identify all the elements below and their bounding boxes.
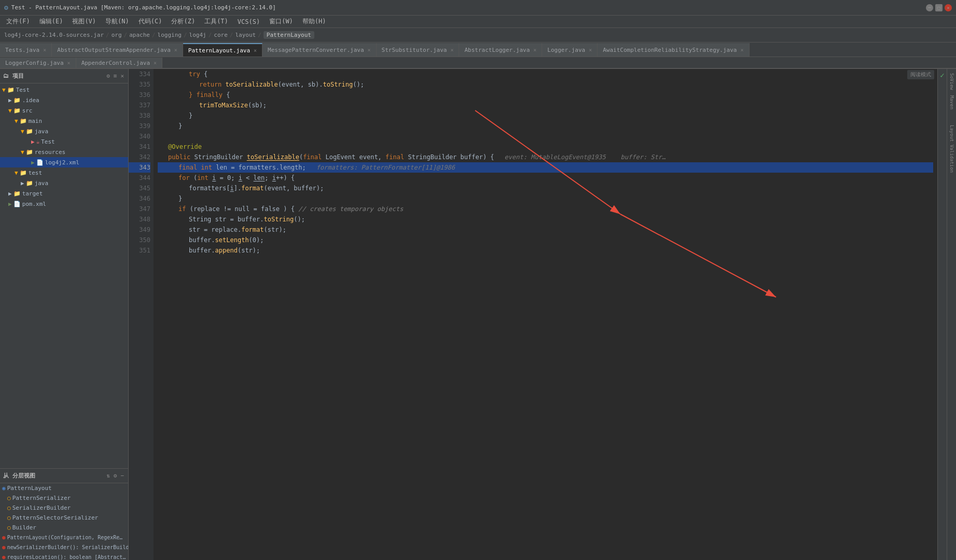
- code-brace339: }: [178, 121, 182, 131]
- breadcrumb-apache[interactable]: apache: [129, 32, 150, 38]
- struct-inner-icon: ○: [2, 495, 11, 501]
- tab-close-btn[interactable]: ×: [589, 47, 592, 53]
- soview-btn[interactable]: SoView: [948, 71, 955, 92]
- panel-icon-expand[interactable]: ≡: [113, 72, 118, 80]
- kw-final343: final: [178, 162, 197, 173]
- struct-item-newserializer[interactable]: ● newSerializerBuilder(): SerializerBuil…: [0, 542, 128, 552]
- right-sidebar: SoView Maven Layout Validation: [947, 69, 956, 560]
- tab-close-btn[interactable]: ×: [174, 47, 177, 53]
- tab2-close-btn[interactable]: ×: [67, 60, 71, 66]
- tab-close-btn[interactable]: ×: [450, 47, 453, 53]
- panel-icon-settings[interactable]: ⚙: [105, 72, 111, 80]
- tree-item-src[interactable]: ▼ 📁 src: [0, 105, 128, 116]
- struct-item-requireslocation[interactable]: ● requiresLocation(): boolean [Abstract…: [0, 552, 128, 560]
- tree-expand-target: ▶: [2, 190, 12, 197]
- code-area[interactable]: try { return toSerializable (event, sb).…: [154, 69, 937, 560]
- folder-icon-test: 📁: [7, 87, 15, 93]
- tab-label: AbstractOutputStreamAppender.java: [57, 47, 171, 53]
- editor-area: 334 335 336 337 338 339 340 341 342 343 …: [129, 69, 947, 560]
- tree-item-pom[interactable]: ▶ 📄 pom.xml: [0, 199, 128, 209]
- struct-item-patternselectorserializer[interactable]: ○ PatternSelectorSerializer: [0, 513, 128, 523]
- tab-abstractoutputstreamappenderjava[interactable]: AbstractOutputStreamAppender.java×: [52, 43, 183, 57]
- code-line-345: formatters[ i ]. format (event, buffer);: [158, 183, 933, 193]
- menu-item-v[interactable]: 视图(V): [68, 16, 100, 27]
- code-line-349: str = replace. format (str);: [158, 225, 933, 235]
- fn-tostring335: toString: [323, 79, 353, 90]
- breadcrumb-core[interactable]: core: [214, 32, 228, 38]
- minimize-button[interactable]: ─: [926, 4, 933, 11]
- menu-item-t[interactable]: 工具(T): [200, 16, 232, 27]
- menu-item-z[interactable]: 分析(Z): [167, 16, 199, 27]
- tab-close-btn[interactable]: ×: [254, 48, 257, 53]
- maximize-button[interactable]: □: [935, 4, 943, 11]
- folder-icon-main: 📁: [20, 118, 27, 124]
- tree-item-java-main[interactable]: ▼ 📁 java: [0, 126, 128, 136]
- editor-content: 334 335 336 337 338 339 340 341 342 343 …: [129, 69, 947, 560]
- read-mode-button[interactable]: 阅读模式: [907, 70, 934, 79]
- struct-filter-icon[interactable]: ⚙: [113, 472, 118, 480]
- panel-icon-collapse[interactable]: ✕: [119, 72, 125, 80]
- tab2-appendercontroljava[interactable]: AppenderControl.java×: [76, 58, 162, 68]
- tab2-label: LoggerConfig.java: [5, 60, 64, 66]
- title-bar-left: ⚙ Test - PatternLayout.java [Maven: org.…: [4, 4, 276, 11]
- menu-item-w[interactable]: 窗口(W): [265, 16, 297, 27]
- folder-icon-src: 📁: [13, 107, 21, 114]
- tree-item-test-class[interactable]: ▶ ☕ Test: [0, 136, 128, 147]
- tree-indent: ▶: [2, 97, 12, 104]
- struct-collapse-icon[interactable]: −: [119, 472, 125, 480]
- var-len344: len: [254, 173, 265, 183]
- tree-item-resources[interactable]: ▼ 📁 resources: [0, 147, 128, 157]
- struct-sort-icon[interactable]: ⇅: [105, 472, 111, 480]
- code-inc344: ;: [265, 173, 272, 183]
- tab-abstractloggerjava[interactable]: AbstractLogger.java×: [459, 43, 542, 57]
- menu-item-c[interactable]: 代码(C): [134, 16, 167, 27]
- tab-close-btn[interactable]: ×: [368, 47, 371, 53]
- breadcrumb-layout[interactable]: layout: [235, 32, 256, 38]
- tree-item-test-src[interactable]: ▼ 📁 test: [0, 167, 128, 178]
- breadcrumb-org[interactable]: org: [112, 32, 122, 38]
- menu-item-e[interactable]: 编辑(E): [35, 16, 67, 27]
- tab2-loggerconfigjava[interactable]: LoggerConfig.java×: [0, 58, 76, 68]
- tab2-label: AppenderControl.java: [81, 60, 150, 66]
- struct-item-patternserializer[interactable]: ○ PatternSerializer: [0, 493, 128, 503]
- tab-close-btn[interactable]: ×: [43, 47, 46, 53]
- breadcrumb-logging[interactable]: logging: [158, 32, 182, 38]
- tab-loggerjava[interactable]: Logger.java×: [542, 43, 598, 57]
- breadcrumb-log4jcore2140sourcesjar[interactable]: log4j-core-2.14.0-sources.jar: [4, 32, 104, 38]
- menu-item-n[interactable]: 导航(N): [101, 16, 133, 27]
- tree-item-test[interactable]: ▼ 📁 Test: [0, 85, 128, 95]
- layout-validation-btn[interactable]: Layout Validation: [948, 123, 955, 175]
- code-formatters345: formatters[: [189, 183, 230, 193]
- tab-messagepatternconverterjava[interactable]: MessagePatternConverter.java×: [262, 43, 376, 57]
- kw-final342b: final: [385, 152, 404, 162]
- struct-item-patternlayout[interactable]: ◉ PatternLayout: [0, 483, 128, 493]
- struct-item-serializerbuilder[interactable]: ○ SerializerBuilder: [0, 503, 128, 513]
- structure-panel-title: 从 分层视图: [3, 472, 35, 480]
- menu-item-f[interactable]: 文件(F): [2, 16, 34, 27]
- maven-btn[interactable]: Maven: [948, 93, 955, 111]
- tab-awaitcompletionreliabilitystrategyjava[interactable]: AwaitCompletionReliabilityStrategy.java×: [598, 43, 749, 57]
- close-button[interactable]: ✕: [945, 4, 952, 11]
- tree-item-main[interactable]: ▼ 📁 main: [0, 116, 128, 126]
- menu-item-h[interactable]: 帮助(H): [298, 16, 330, 27]
- struct-item-label: requiresLocation(): boolean [Abstract…: [7, 554, 126, 560]
- struct-inner-icon4: ○: [2, 524, 11, 531]
- tree-item-target[interactable]: ▶ 📁 target: [0, 188, 128, 199]
- tab-close-btn[interactable]: ×: [740, 47, 743, 53]
- menu-item-vcss[interactable]: VCS(S): [233, 17, 264, 26]
- struct-item-builder[interactable]: ○ Builder: [0, 523, 128, 533]
- tab-close-btn[interactable]: ×: [533, 47, 536, 53]
- tree-label: Test: [41, 138, 55, 145]
- struct-item-constructor[interactable]: ● PatternLayout(Configuration, RegexRe…: [0, 533, 128, 542]
- tree-item-idea[interactable]: ▶ 📁 .idea: [0, 95, 128, 105]
- tab2-close-btn[interactable]: ×: [154, 60, 157, 66]
- tree-item-log4j2[interactable]: ▶ 📄 log4j2.xml: [0, 157, 128, 167]
- tab-patternlayoutjava[interactable]: PatternLayout.java×: [183, 43, 262, 57]
- code-line-350: buffer. setLength (0);: [158, 235, 933, 245]
- tree-item-java-test[interactable]: ▶ 📁 java: [0, 178, 128, 188]
- tab-testsjava[interactable]: Tests.java×: [0, 43, 52, 57]
- code-sp: StringBuilder: [190, 152, 246, 162]
- struct-item-label: PatternLayout: [7, 485, 52, 492]
- tab-strsubstitutorjava[interactable]: StrSubstitutor.java×: [377, 43, 460, 57]
- breadcrumb-log4j[interactable]: log4j: [189, 32, 206, 38]
